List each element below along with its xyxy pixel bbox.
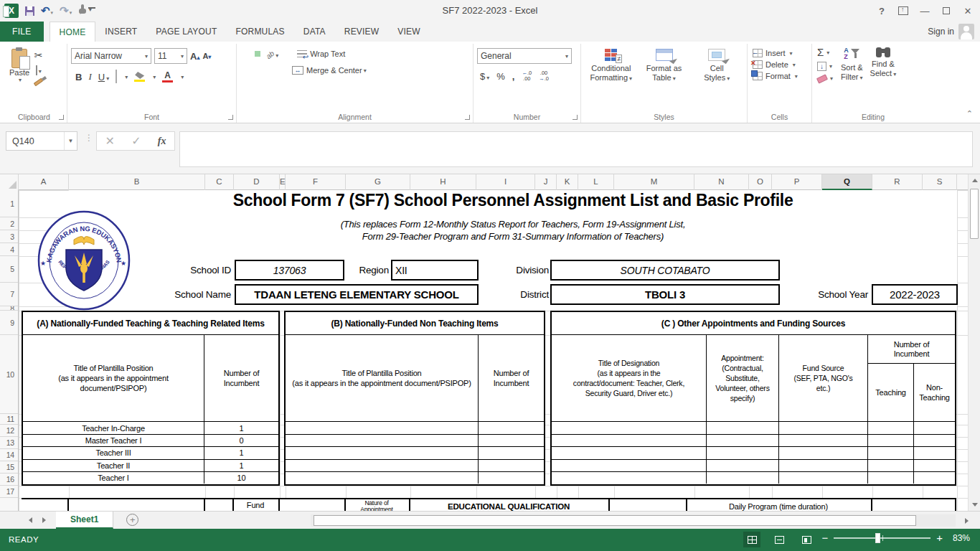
column-header-R[interactable]: R (872, 174, 923, 190)
incumbent-count-cell[interactable] (479, 435, 544, 446)
formula-input[interactable] (179, 131, 973, 167)
scroll-up-button[interactable] (969, 174, 980, 187)
incumbent-count-cell[interactable] (479, 460, 544, 471)
teaching-count-cell[interactable] (868, 435, 914, 446)
column-header-N[interactable]: N (694, 174, 749, 190)
column-header-E[interactable]: E (280, 174, 286, 190)
horizontal-scrollbar[interactable] (311, 514, 956, 527)
nonteaching-count-cell[interactable] (914, 460, 955, 471)
comma-style-button[interactable]: , (512, 71, 515, 82)
position-title-cell[interactable]: Teacher In-Charge (23, 422, 204, 434)
sheet-canvas[interactable]: 123457891011121314151617 School Form 7 (… (0, 190, 968, 511)
teaching-count-cell[interactable] (868, 472, 914, 484)
insert-caret-icon[interactable]: ▾ (790, 50, 793, 57)
row-header-11[interactable]: 11 (0, 414, 18, 425)
position-title-cell[interactable]: Teacher I (23, 472, 204, 484)
align-left-button[interactable] (240, 67, 246, 73)
orientation-button[interactable]: ab▾ (266, 47, 278, 60)
autosum-button[interactable]: Σ▾ (817, 47, 833, 57)
confirm-entry-icon[interactable]: ✓ (131, 134, 141, 148)
ribbon-display-options-button[interactable] (892, 1, 914, 21)
font-color-caret-icon[interactable]: ▾ (181, 74, 184, 80)
clipboard-dialog-launcher-icon[interactable] (59, 115, 64, 120)
column-header-D[interactable]: D (234, 174, 280, 190)
tab-home[interactable]: HOME (50, 22, 96, 42)
vertical-scrollbar[interactable] (968, 174, 980, 511)
cut-icon[interactable]: ✂ (34, 50, 43, 60)
page-break-view-button[interactable] (798, 532, 815, 547)
designation-cell[interactable] (552, 435, 707, 446)
row-header-7[interactable]: 7 (0, 283, 18, 306)
incumbent-count-cell[interactable]: 10 (204, 472, 278, 484)
row-header-12[interactable]: 12 (0, 425, 18, 437)
row-header-16[interactable]: 16 (0, 474, 18, 486)
row-header-3[interactable]: 3 (0, 230, 18, 243)
shrink-font-button[interactable]: A▾ (202, 52, 211, 60)
incumbent-count-cell[interactable] (479, 472, 544, 484)
nonteaching-count-cell[interactable] (914, 447, 955, 458)
underline-caret-icon[interactable]: ▾ (106, 75, 109, 82)
row-header-4[interactable]: 4 (0, 243, 18, 256)
sign-in[interactable]: Sign in (928, 22, 974, 42)
tab-file[interactable]: FILE (0, 22, 44, 42)
middle-align-button[interactable] (248, 51, 253, 57)
incumbent-count-cell[interactable]: 1 (204, 447, 278, 458)
delete-cells-button[interactable]: Delete▾ (753, 60, 806, 69)
nonteaching-count-cell[interactable] (914, 435, 955, 446)
sort-filter-button[interactable]: AZ Sort & Filter▾ (841, 47, 863, 83)
delete-caret-icon[interactable]: ▾ (793, 62, 796, 68)
column-header-I[interactable]: I (476, 174, 535, 190)
column-header-S[interactable]: S (923, 174, 957, 190)
font-color-button[interactable]: A (162, 72, 173, 83)
clear-button[interactable]: ▾ (817, 75, 833, 82)
scroll-right-icon[interactable] (965, 518, 969, 524)
row-header-10[interactable]: 10 (0, 335, 18, 414)
row-header-9[interactable]: 9 (0, 311, 18, 335)
restore-button[interactable] (936, 1, 957, 21)
designation-cell[interactable] (552, 422, 707, 434)
position-title-cell[interactable]: Teacher II (23, 460, 204, 471)
number-format-select[interactable]: General▾ (477, 48, 572, 64)
page-layout-view-button[interactable] (771, 532, 788, 547)
decrease-indent-button[interactable] (268, 67, 273, 73)
position-title-cell[interactable]: Teacher III (23, 447, 204, 458)
nonteaching-count-cell[interactable] (914, 472, 955, 484)
increase-indent-button[interactable] (275, 67, 281, 73)
insert-cells-button[interactable]: Insert▾ (753, 49, 806, 57)
align-right-button[interactable] (255, 67, 260, 73)
fund-source-cell[interactable] (779, 435, 868, 446)
position-title-cell[interactable] (286, 422, 479, 434)
underline-button[interactable]: U▾ (98, 70, 109, 83)
horizontal-scroll-thumb[interactable] (314, 515, 916, 526)
name-box[interactable]: Q140 ▼ (6, 131, 77, 151)
school-name-cell[interactable]: TDAAN LETENG ELEMENTARY SCHOOL (235, 284, 479, 305)
vertical-scroll-thumb[interactable] (970, 189, 979, 239)
previous-sheet-icon[interactable] (29, 517, 32, 523)
grow-font-button[interactable]: A▴ (190, 51, 199, 62)
region-cell[interactable]: XII (391, 260, 479, 281)
top-align-button[interactable] (240, 51, 246, 57)
help-button[interactable]: ? (871, 1, 892, 21)
accounting-format-button[interactable]: $▾ (480, 71, 489, 82)
zoom-out-button[interactable]: − (821, 533, 828, 543)
merge-center-button[interactable]: ↔Merge & Center▾ (292, 66, 367, 75)
new-sheet-button[interactable]: + (126, 514, 138, 526)
designation-cell[interactable] (552, 460, 707, 471)
insert-function-icon[interactable]: fx (158, 136, 166, 147)
row-header-13[interactable]: 13 (0, 437, 18, 449)
user-avatar-icon[interactable] (958, 24, 974, 39)
column-header-L[interactable]: L (578, 174, 614, 190)
incumbent-count-cell[interactable]: 1 (204, 422, 278, 434)
accounting-caret-icon[interactable]: ▾ (486, 75, 489, 81)
wrap-text-button[interactable]: Wrap Text (297, 50, 345, 58)
appointment-cell[interactable] (707, 460, 779, 471)
format-as-table-button[interactable]: Format as Table▾ (638, 46, 691, 83)
font-dialog-launcher-icon[interactable] (228, 115, 233, 120)
column-header-J[interactable]: J (535, 174, 557, 190)
tab-formulas[interactable]: FORMULAS (226, 22, 293, 42)
italic-button[interactable]: I (88, 71, 91, 83)
number-dialog-launcher-icon[interactable] (573, 115, 578, 120)
column-header-M[interactable]: M (614, 174, 694, 190)
nonteaching-count-cell[interactable] (914, 422, 955, 434)
minimize-button[interactable]: — (914, 1, 936, 21)
